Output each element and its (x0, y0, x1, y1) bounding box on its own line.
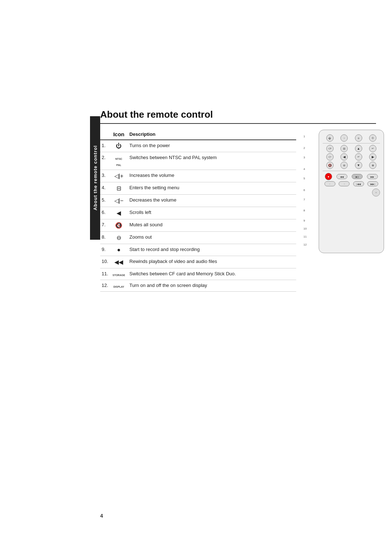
row-num-12: 12 (303, 241, 307, 249)
remote-btn-right-top[interactable]: ↩ (369, 145, 376, 152)
remote-row-5: ● ◀◀ ▶|| ▶▶ (323, 173, 380, 180)
main-content: About the remote control Icon Descriptio… (100, 109, 376, 292)
row-number: 5. (100, 195, 111, 207)
remote-btn-down[interactable]: ▼ (355, 162, 362, 169)
row-number: 1. (100, 140, 111, 152)
row-icon: ⊟ (111, 182, 128, 195)
row-number: 9. (100, 244, 111, 256)
table-row: 1.⏻Turns on the power (100, 140, 296, 152)
row-num-7: 7 (303, 195, 307, 204)
row-num-2: 2 (303, 143, 307, 153)
row-number: 7. (100, 219, 111, 232)
remote-btn-settings[interactable]: ⊟ (340, 145, 348, 152)
features-table: Icon Description 1.⏻Turns on the power2.… (100, 130, 296, 292)
remote-btn-2a[interactable]: ≈ (340, 134, 348, 142)
row-icon: STORAGE (111, 268, 128, 280)
table-row: 3.◁|+Increases the volume (100, 170, 296, 182)
row-icon: ● (111, 244, 128, 256)
page-number: 4 (100, 513, 103, 519)
row-icon: ⏻ (111, 140, 128, 152)
row-description: Mutes all sound (128, 219, 296, 232)
row-description: Zooms out (128, 232, 296, 244)
row-description: Start to record and stop recording (128, 244, 296, 256)
remote-row-4: 🔇 ⊖ ▼ ⊕ (323, 162, 380, 169)
row-icon: 🔇 (111, 219, 128, 232)
remote-btn-up[interactable]: ▲ (355, 145, 362, 152)
remote-row-numbers: 1 2 3 4 5 6 7 8 9 10 11 12 (303, 132, 307, 249)
table-row: 4.⊟Enters the setting menu (100, 182, 296, 195)
remote-btn-mute[interactable]: 🔇 (326, 162, 334, 169)
remote-btn-bottom-circle[interactable]: ○ (372, 189, 380, 197)
row-description: Decreases the volume (128, 195, 296, 207)
remote-btn-2b[interactable]: ③ (355, 134, 362, 142)
row-number: 6. (100, 207, 111, 219)
row-number: 3. (100, 170, 111, 182)
remote-separator-2 (323, 171, 380, 171)
sidebar-tab-label: About the remote control (93, 145, 98, 210)
row-number: 12. (100, 280, 111, 292)
row-description: Turns on the power (128, 140, 296, 152)
remote-bottom-area: ○ (323, 189, 380, 197)
row-number: 11. (100, 268, 111, 280)
col-desc-header: Description (128, 130, 296, 140)
remote-btn-zoom[interactable]: ⊖ (340, 162, 348, 169)
remote-btn-play[interactable]: ▶|| (352, 174, 363, 179)
content-columns: Icon Description 1.⏻Turns on the power2.… (100, 130, 376, 292)
row-number: 4. (100, 182, 111, 195)
remote-row-2: ◁+ ⊟ ▲ ↩ (323, 145, 380, 152)
row-num-10: 10 (303, 225, 307, 233)
table-row: 12.DISPLAYTurn on and off the on screen … (100, 280, 296, 292)
remote-btn-power[interactable]: ⏻ (326, 134, 334, 142)
row-icon: ◀ (111, 207, 128, 219)
remote-btn-ffwd[interactable]: ▶▶ (367, 174, 378, 179)
table-row: 10.◀◀Rewinds playback of video and audio… (100, 256, 296, 268)
row-description: Scrolls left (128, 207, 296, 219)
col-num-header (100, 130, 111, 140)
row-icon: ◁|+ (111, 170, 128, 182)
remote-btn-ok[interactable]: ↵ (355, 153, 362, 161)
remote-btn-2c[interactable]: ⓪ (369, 134, 376, 142)
row-number: 2. (100, 152, 111, 170)
remote-btn-vol-down[interactable]: ◁− (326, 153, 334, 161)
row-num-1: 1 (303, 132, 307, 141)
table-row: 11.STORAGESwitches between CF card and M… (100, 268, 296, 280)
row-num-8: 8 (303, 207, 307, 215)
page-title: About the remote control (100, 109, 376, 124)
remote-separator-1 (323, 143, 380, 143)
table-section: Icon Description 1.⏻Turns on the power2.… (100, 130, 296, 292)
remote-btn-skip-back[interactable]: |◀◀ (353, 181, 364, 186)
col-icon-header: Icon (111, 130, 128, 140)
row-number: 8. (100, 232, 111, 244)
remote-btn-skip-fwd[interactable]: ▶▶| (367, 181, 378, 186)
table-row: 5.◁|−Decreases the volume (100, 195, 296, 207)
row-description: Enters the setting menu (128, 182, 296, 195)
row-num-3: 3 (303, 153, 307, 162)
table-row: 7.🔇Mutes all sound (100, 219, 296, 232)
remote-btn-storage-right[interactable]: → (339, 181, 350, 186)
row-num-4: 4 (303, 165, 307, 174)
row-num-9: 9 (303, 217, 307, 225)
remote-btn-left[interactable]: ◀ (340, 153, 348, 161)
remote-btn-search[interactable]: ⊕ (369, 162, 376, 169)
remote-btn-rewind[interactable]: ◀◀ (336, 174, 347, 179)
table-row: 8.⊖Zooms out (100, 232, 296, 244)
remote-btn-storage-left[interactable]: ← (324, 181, 335, 186)
remote-wrapper: 1 2 3 4 5 6 7 8 9 10 11 12 (303, 130, 376, 253)
remote-row-3: ◁− ◀ ↵ ▶ (323, 153, 380, 161)
row-number: 10. (100, 256, 111, 268)
remote-btn-record[interactable]: ● (325, 173, 332, 180)
row-icon: ◀◀ (111, 256, 128, 268)
table-row: 2.NTSC PALSwitches between NTSC and PAL … (100, 152, 296, 170)
remote-btn-right[interactable]: ▶ (369, 153, 376, 161)
row-num-5: 5 (303, 174, 307, 183)
sidebar-tab: About the remote control (90, 116, 100, 240)
remote-row-6: ← → |◀◀ ▶▶| (323, 181, 380, 186)
remote-section: 1 2 3 4 5 6 7 8 9 10 11 12 (303, 130, 376, 253)
remote-btn-vol-up[interactable]: ◁+ (326, 145, 334, 152)
row-num-6: 6 (303, 186, 307, 195)
table-row: 6.◀Scrolls left (100, 207, 296, 219)
row-description: Turn on and off the on screen display (128, 280, 296, 292)
table-header-row: Icon Description (100, 130, 296, 140)
row-description: Switches between CF card and Memory Stic… (128, 268, 296, 280)
row-description: Rewinds playback of video and audio file… (128, 256, 296, 268)
